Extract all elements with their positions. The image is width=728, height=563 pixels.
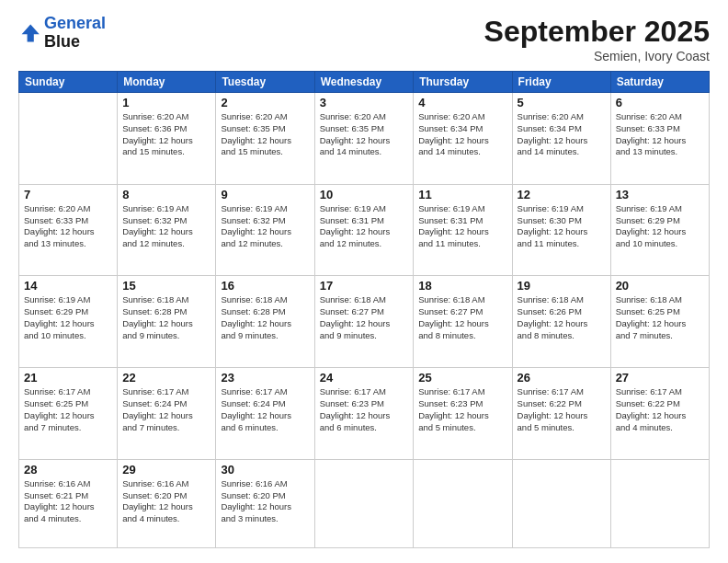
day-info: Sunrise: 6:17 AM Sunset: 6:24 PM Dayligh… bbox=[122, 386, 210, 433]
day-number: 20 bbox=[616, 279, 704, 293]
day-info: Sunrise: 6:19 AM Sunset: 6:29 PM Dayligh… bbox=[616, 203, 704, 250]
day-number: 17 bbox=[320, 279, 409, 293]
day-info: Sunrise: 6:19 AM Sunset: 6:31 PM Dayligh… bbox=[418, 203, 506, 250]
table-row: 15Sunrise: 6:18 AM Sunset: 6:28 PM Dayli… bbox=[118, 276, 216, 368]
header-thursday: Thursday bbox=[414, 72, 512, 93]
svg-marker-0 bbox=[22, 24, 40, 41]
table-row: 29Sunrise: 6:16 AM Sunset: 6:20 PM Dayli… bbox=[118, 459, 216, 547]
table-row: 8Sunrise: 6:19 AM Sunset: 6:32 PM Daylig… bbox=[118, 184, 216, 276]
day-number: 21 bbox=[24, 371, 112, 385]
day-info: Sunrise: 6:19 AM Sunset: 6:32 PM Dayligh… bbox=[221, 203, 309, 250]
day-info: Sunrise: 6:16 AM Sunset: 6:20 PM Dayligh… bbox=[221, 478, 309, 525]
day-number: 9 bbox=[221, 188, 309, 201]
day-number: 29 bbox=[122, 463, 210, 477]
day-info: Sunrise: 6:18 AM Sunset: 6:27 PM Dayligh… bbox=[418, 294, 506, 341]
header-saturday: Saturday bbox=[610, 72, 709, 93]
day-number: 11 bbox=[418, 188, 506, 201]
day-info: Sunrise: 6:16 AM Sunset: 6:20 PM Dayligh… bbox=[122, 478, 210, 525]
day-number: 30 bbox=[221, 463, 309, 477]
day-number: 25 bbox=[418, 371, 506, 385]
table-row: 3Sunrise: 6:20 AM Sunset: 6:35 PM Daylig… bbox=[314, 93, 414, 185]
day-info: Sunrise: 6:17 AM Sunset: 6:23 PM Dayligh… bbox=[320, 386, 409, 433]
table-row: 4Sunrise: 6:20 AM Sunset: 6:34 PM Daylig… bbox=[414, 93, 512, 185]
day-info: Sunrise: 6:18 AM Sunset: 6:26 PM Dayligh… bbox=[518, 294, 606, 341]
month-title: September 2025 bbox=[484, 15, 710, 49]
header-tuesday: Tuesday bbox=[216, 72, 314, 93]
table-row: 23Sunrise: 6:17 AM Sunset: 6:24 PM Dayli… bbox=[216, 368, 314, 460]
day-info: Sunrise: 6:17 AM Sunset: 6:22 PM Dayligh… bbox=[518, 386, 606, 433]
day-number: 26 bbox=[518, 371, 606, 385]
day-info: Sunrise: 6:20 AM Sunset: 6:35 PM Dayligh… bbox=[221, 111, 309, 158]
header-wednesday: Wednesday bbox=[314, 72, 414, 93]
table-row: 25Sunrise: 6:17 AM Sunset: 6:23 PM Dayli… bbox=[414, 368, 512, 460]
title-area: September 2025 Semien, Ivory Coast bbox=[484, 15, 710, 63]
day-info: Sunrise: 6:18 AM Sunset: 6:28 PM Dayligh… bbox=[221, 294, 309, 341]
day-number: 19 bbox=[518, 279, 606, 293]
day-number: 4 bbox=[418, 96, 506, 109]
calendar-header-row: Sunday Monday Tuesday Wednesday Thursday… bbox=[19, 72, 710, 93]
day-number: 8 bbox=[122, 188, 210, 201]
header-sunday: Sunday bbox=[19, 72, 118, 93]
table-row: 20Sunrise: 6:18 AM Sunset: 6:25 PM Dayli… bbox=[610, 276, 709, 368]
location-subtitle: Semien, Ivory Coast bbox=[484, 49, 710, 63]
day-number: 13 bbox=[616, 188, 704, 201]
table-row: 7Sunrise: 6:20 AM Sunset: 6:33 PM Daylig… bbox=[19, 184, 118, 276]
day-info: Sunrise: 6:19 AM Sunset: 6:30 PM Dayligh… bbox=[518, 203, 606, 250]
table-row: 24Sunrise: 6:17 AM Sunset: 6:23 PM Dayli… bbox=[314, 368, 414, 460]
day-info: Sunrise: 6:18 AM Sunset: 6:25 PM Dayligh… bbox=[616, 294, 704, 341]
header: General Blue September 2025 Semien, Ivor… bbox=[18, 15, 710, 63]
table-row: 17Sunrise: 6:18 AM Sunset: 6:27 PM Dayli… bbox=[314, 276, 414, 368]
header-monday: Monday bbox=[118, 72, 216, 93]
day-info: Sunrise: 6:17 AM Sunset: 6:25 PM Dayligh… bbox=[24, 386, 112, 433]
day-info: Sunrise: 6:19 AM Sunset: 6:31 PM Dayligh… bbox=[320, 203, 409, 250]
day-info: Sunrise: 6:20 AM Sunset: 6:34 PM Dayligh… bbox=[418, 111, 506, 158]
day-info: Sunrise: 6:16 AM Sunset: 6:21 PM Dayligh… bbox=[24, 478, 112, 525]
table-row: 21Sunrise: 6:17 AM Sunset: 6:25 PM Dayli… bbox=[19, 368, 118, 460]
day-info: Sunrise: 6:18 AM Sunset: 6:27 PM Dayligh… bbox=[320, 294, 409, 341]
day-number: 6 bbox=[616, 96, 704, 109]
day-number: 5 bbox=[518, 96, 606, 109]
table-row: 9Sunrise: 6:19 AM Sunset: 6:32 PM Daylig… bbox=[216, 184, 314, 276]
calendar-table: Sunday Monday Tuesday Wednesday Thursday… bbox=[18, 71, 710, 548]
table-row: 19Sunrise: 6:18 AM Sunset: 6:26 PM Dayli… bbox=[512, 276, 610, 368]
day-number: 24 bbox=[320, 371, 409, 385]
table-row: 22Sunrise: 6:17 AM Sunset: 6:24 PM Dayli… bbox=[118, 368, 216, 460]
day-info: Sunrise: 6:17 AM Sunset: 6:24 PM Dayligh… bbox=[221, 386, 309, 433]
logo-text: General Blue bbox=[44, 15, 106, 52]
table-row: 27Sunrise: 6:17 AM Sunset: 6:22 PM Dayli… bbox=[610, 368, 709, 460]
day-info: Sunrise: 6:20 AM Sunset: 6:35 PM Dayligh… bbox=[320, 111, 409, 158]
day-info: Sunrise: 6:20 AM Sunset: 6:36 PM Dayligh… bbox=[122, 111, 210, 158]
table-row: 6Sunrise: 6:20 AM Sunset: 6:33 PM Daylig… bbox=[610, 93, 709, 185]
day-info: Sunrise: 6:17 AM Sunset: 6:22 PM Dayligh… bbox=[616, 386, 704, 433]
table-row: 28Sunrise: 6:16 AM Sunset: 6:21 PM Dayli… bbox=[19, 459, 118, 547]
table-row bbox=[414, 459, 512, 547]
table-row: 30Sunrise: 6:16 AM Sunset: 6:20 PM Dayli… bbox=[216, 459, 314, 547]
day-info: Sunrise: 6:18 AM Sunset: 6:28 PM Dayligh… bbox=[122, 294, 210, 341]
table-row bbox=[610, 459, 709, 547]
day-number: 23 bbox=[221, 371, 309, 385]
day-info: Sunrise: 6:19 AM Sunset: 6:32 PM Dayligh… bbox=[122, 203, 210, 250]
day-number: 14 bbox=[24, 279, 112, 293]
table-row: 5Sunrise: 6:20 AM Sunset: 6:34 PM Daylig… bbox=[512, 93, 610, 185]
table-row: 11Sunrise: 6:19 AM Sunset: 6:31 PM Dayli… bbox=[414, 184, 512, 276]
day-number: 16 bbox=[221, 279, 309, 293]
table-row: 26Sunrise: 6:17 AM Sunset: 6:22 PM Dayli… bbox=[512, 368, 610, 460]
day-info: Sunrise: 6:20 AM Sunset: 6:33 PM Dayligh… bbox=[616, 111, 704, 158]
day-info: Sunrise: 6:19 AM Sunset: 6:29 PM Dayligh… bbox=[24, 294, 112, 341]
day-number: 27 bbox=[616, 371, 704, 385]
table-row: 12Sunrise: 6:19 AM Sunset: 6:30 PM Dayli… bbox=[512, 184, 610, 276]
day-number: 28 bbox=[24, 463, 112, 477]
table-row: 1Sunrise: 6:20 AM Sunset: 6:36 PM Daylig… bbox=[118, 93, 216, 185]
day-number: 22 bbox=[122, 371, 210, 385]
day-number: 2 bbox=[221, 96, 309, 109]
day-info: Sunrise: 6:20 AM Sunset: 6:34 PM Dayligh… bbox=[518, 111, 606, 158]
day-number: 7 bbox=[24, 188, 112, 201]
logo: General Blue bbox=[18, 15, 106, 52]
table-row: 13Sunrise: 6:19 AM Sunset: 6:29 PM Dayli… bbox=[610, 184, 709, 276]
table-row: 14Sunrise: 6:19 AM Sunset: 6:29 PM Dayli… bbox=[19, 276, 118, 368]
table-row: 18Sunrise: 6:18 AM Sunset: 6:27 PM Dayli… bbox=[414, 276, 512, 368]
day-number: 18 bbox=[418, 279, 506, 293]
header-friday: Friday bbox=[512, 72, 610, 93]
table-row bbox=[314, 459, 414, 547]
table-row bbox=[512, 459, 610, 547]
